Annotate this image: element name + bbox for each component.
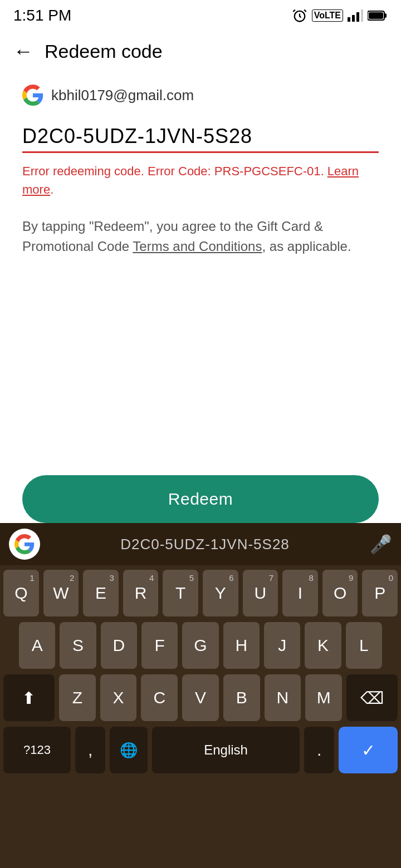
key-j[interactable]: J [264, 622, 300, 669]
key-c[interactable]: C [141, 674, 178, 721]
main-content: kbhil0179@gmail.com Error redeeming code… [0, 73, 401, 268]
account-email: kbhil0179@gmail.com [51, 87, 194, 104]
google-logo-icon [22, 85, 43, 106]
key-n[interactable]: N [265, 674, 301, 721]
svg-rect-6 [384, 13, 387, 18]
key-comma[interactable]: , [75, 727, 105, 773]
keyboard-row-3: ⬆ Z X C V B N M ⌫ [3, 674, 398, 721]
code-input[interactable] [22, 121, 379, 153]
status-bar: 1:51 PM VoLTE [0, 0, 401, 29]
keyboard-suggestion-text: D2C0-5UDZ-1JVN-5S28 [40, 536, 370, 553]
svg-rect-7 [369, 12, 383, 19]
svg-rect-4 [361, 9, 363, 22]
key-k[interactable]: K [305, 622, 341, 669]
error-text-main: Error redeeming code. Error Code: PRS-PG… [22, 164, 324, 178]
terms-text-2: , as applicable. [262, 239, 351, 254]
key-w[interactable]: 2W [43, 570, 79, 617]
key-r[interactable]: 4R [123, 570, 159, 617]
error-message: Error redeeming code. Error Code: PRS-PG… [22, 162, 379, 199]
key-globe[interactable]: 🌐 [110, 727, 148, 773]
key-l[interactable]: L [346, 622, 382, 669]
key-period[interactable]: . [304, 727, 334, 773]
svg-rect-3 [356, 12, 359, 22]
keyboard-area: D2C0-5UDZ-1JVN-5S28 🎤 1Q 2W 3E 4R 5T 6Y … [0, 523, 401, 868]
keyboard-google-icon [9, 529, 40, 560]
redeem-button[interactable]: Redeem [22, 475, 379, 523]
key-o[interactable]: 9O [322, 570, 358, 617]
page-title: Redeem code [45, 41, 163, 62]
keyboard-keys: 1Q 2W 3E 4R 5T 6Y 7U 8I 9O 0P A S D F G … [0, 565, 401, 783]
key-b[interactable]: B [223, 674, 260, 721]
key-space[interactable]: English [152, 727, 300, 773]
keyboard-suggestion-bar: D2C0-5UDZ-1JVN-5S28 🎤 [0, 523, 401, 565]
key-q[interactable]: 1Q [3, 570, 39, 617]
key-i[interactable]: 8I [282, 570, 318, 617]
account-row: kbhil0179@gmail.com [22, 85, 379, 106]
signal-icon [348, 9, 363, 22]
code-input-wrapper[interactable] [22, 121, 379, 153]
key-e[interactable]: 3E [83, 570, 119, 617]
key-p[interactable]: 0P [362, 570, 398, 617]
key-x[interactable]: X [100, 674, 137, 721]
error-period: . [50, 183, 53, 196]
key-numbers[interactable]: ?123 [3, 727, 71, 773]
key-h[interactable]: H [223, 622, 260, 669]
key-v[interactable]: V [182, 674, 219, 721]
back-button[interactable]: ← [13, 41, 33, 61]
terms-and-conditions-link[interactable]: Terms and Conditions [133, 239, 262, 254]
key-s[interactable]: S [60, 622, 96, 669]
keyboard-row-2: A S D F G H J K L [3, 622, 398, 669]
battery-icon [368, 10, 388, 21]
status-time: 1:51 PM [13, 7, 71, 24]
key-backspace[interactable]: ⌫ [346, 674, 398, 721]
terms-text: By tapping "Redeem", you agree to the Gi… [22, 216, 379, 257]
keyboard-row-4: ?123 , 🌐 English . ✓ [3, 727, 398, 773]
svg-rect-2 [352, 15, 355, 22]
redeem-button-container: Redeem [22, 475, 379, 523]
key-a[interactable]: A [19, 622, 55, 669]
key-g[interactable]: G [182, 622, 218, 669]
status-icons: VoLTE [292, 8, 388, 23]
mic-icon[interactable]: 🎤 [370, 534, 392, 555]
key-m[interactable]: M [305, 674, 342, 721]
key-f[interactable]: F [141, 622, 178, 669]
key-z[interactable]: Z [59, 674, 96, 721]
key-u[interactable]: 7U [243, 570, 278, 617]
key-shift[interactable]: ⬆ [3, 674, 55, 721]
key-t[interactable]: 5T [163, 570, 198, 617]
key-y[interactable]: 6Y [203, 570, 238, 617]
app-bar: ← Redeem code [0, 29, 401, 73]
volte-badge: VoLTE [312, 9, 343, 22]
keyboard-row-1: 1Q 2W 3E 4R 5T 6Y 7U 8I 9O 0P [3, 570, 398, 617]
key-d[interactable]: D [101, 622, 137, 669]
alarm-icon [292, 8, 307, 23]
key-done[interactable]: ✓ [339, 727, 398, 773]
svg-rect-1 [348, 17, 350, 22]
